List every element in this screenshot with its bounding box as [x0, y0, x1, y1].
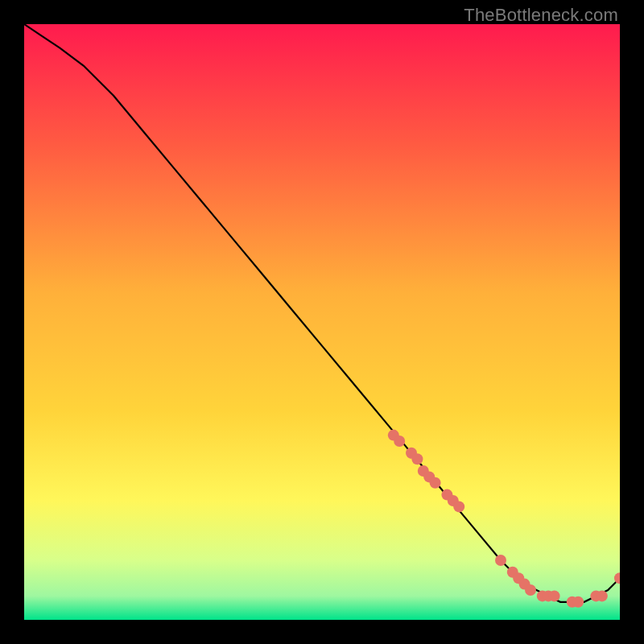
marker-point: [597, 590, 608, 601]
marker-point: [453, 501, 464, 512]
marker-point: [525, 584, 536, 596]
gradient-background: [24, 24, 620, 620]
marker-point: [495, 555, 506, 566]
marker-point: [572, 597, 584, 608]
marker-point: [394, 436, 405, 447]
chart-frame: TheBottleneck.com: [0, 0, 644, 644]
watermark-text: TheBottleneck.com: [464, 5, 618, 26]
marker-point: [411, 453, 423, 464]
marker-point: [549, 590, 560, 601]
marker-point: [430, 477, 441, 489]
bottleneck-chart: [24, 24, 620, 620]
